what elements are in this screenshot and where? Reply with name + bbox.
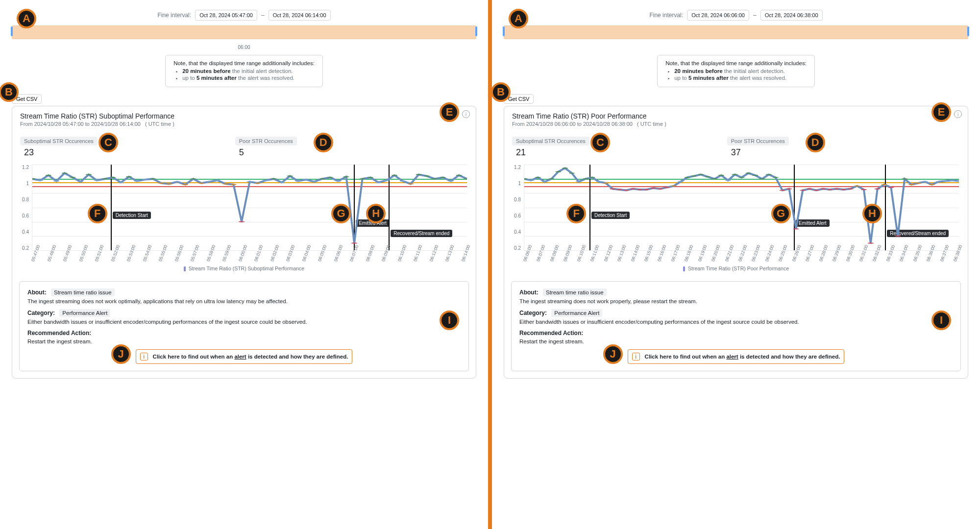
alert-definition-link[interactable]: i Click here to find out when an alert i…	[136, 349, 353, 364]
metric-card: i Stream Time Ratio (STR) Suboptimal Per…	[12, 106, 476, 379]
get-csv-button[interactable]: Get CSV	[504, 94, 534, 104]
info-box-icon: i	[140, 353, 148, 361]
about-tag: Stream time ratio issue	[51, 289, 115, 296]
svg-point-73	[643, 189, 649, 190]
svg-point-75	[657, 188, 663, 189]
svg-point-7	[86, 174, 92, 175]
about-description: The ingest streaming does not work prope…	[519, 298, 953, 304]
svg-point-111	[902, 178, 907, 179]
time-range-slider[interactable]: 06:00	[12, 24, 476, 42]
svg-point-84	[718, 175, 724, 176]
pane-divider	[488, 0, 492, 529]
svg-point-105	[861, 189, 867, 190]
legend-swatch-icon	[683, 266, 685, 271]
time-range-note: Note, that the displayed time range addi…	[165, 55, 323, 87]
svg-point-50	[432, 178, 438, 179]
svg-point-104	[854, 186, 860, 187]
svg-point-19	[182, 184, 188, 185]
svg-point-81	[698, 174, 704, 175]
interval-start-chip[interactable]: Oct 28, 2024 06:06:00	[687, 10, 749, 21]
svg-point-59	[548, 178, 554, 179]
str-chart[interactable]: 1.210.80.60.40.2 Detection StartEmitted …	[510, 165, 962, 263]
svg-point-69	[616, 189, 622, 190]
svg-point-33	[295, 180, 301, 181]
interval-end-chip[interactable]: Oct 28, 2024 06:14:00	[269, 10, 331, 21]
svg-point-106	[868, 242, 874, 243]
svg-point-28	[255, 183, 261, 184]
svg-point-107	[874, 188, 880, 189]
svg-point-77	[671, 186, 677, 187]
svg-point-12	[126, 176, 132, 177]
svg-point-102	[840, 189, 846, 190]
svg-point-90	[759, 178, 765, 179]
svg-point-113	[915, 183, 921, 184]
svg-point-68	[610, 188, 615, 189]
details-panel: About: Stream time ratio issue The inges…	[19, 281, 469, 371]
svg-point-13	[134, 180, 140, 181]
svg-point-89	[752, 175, 758, 176]
svg-point-92	[773, 177, 779, 178]
y-axis: 1.210.80.60.40.2	[18, 165, 31, 251]
range-track	[504, 25, 968, 39]
svg-point-17	[166, 183, 172, 184]
poor-occurrence-tile: Poor STR Occurences 37	[727, 137, 942, 158]
suboptimal-occurrence-tile: Suboptimal STR Occurences 23	[20, 137, 235, 158]
interval-dash: –	[261, 12, 265, 19]
info-icon[interactable]: i	[462, 110, 470, 118]
suboptimal-occurrence-value: 21	[512, 145, 727, 158]
svg-point-53	[456, 175, 462, 176]
svg-point-44	[384, 180, 390, 181]
svg-point-99	[820, 188, 826, 189]
svg-point-4	[61, 172, 67, 173]
svg-point-85	[725, 180, 731, 181]
svg-point-94	[786, 188, 792, 189]
interval-end-chip[interactable]: Oct 28, 2024 06:38:00	[760, 10, 823, 21]
info-box-icon: i	[632, 353, 640, 361]
range-handle-left[interactable]	[10, 24, 13, 39]
svg-point-46	[399, 180, 405, 181]
alert-definition-link[interactable]: i Click here to find out when an alert i…	[628, 349, 845, 364]
str-chart[interactable]: 1.210.80.60.40.2 Detection StartEmitted …	[18, 165, 470, 263]
svg-point-83	[711, 178, 717, 179]
svg-point-70	[623, 190, 629, 191]
suboptimal-occurrence-tile: Suboptimal STR Occurences 21	[512, 137, 727, 158]
range-handle-right[interactable]	[967, 24, 970, 39]
svg-point-30	[271, 178, 277, 179]
svg-point-39	[343, 176, 349, 177]
svg-point-41	[359, 178, 365, 179]
svg-point-91	[766, 174, 772, 175]
chart-legend: Stream Time Ratio (STR) Suboptimal Perfo…	[18, 263, 470, 278]
time-range-slider[interactable]	[504, 24, 968, 42]
svg-point-10	[110, 177, 116, 178]
info-icon[interactable]: i	[954, 110, 962, 118]
svg-point-31	[279, 182, 285, 183]
interval-start-chip[interactable]: Oct 28, 2024 05:47:00	[195, 10, 257, 21]
svg-point-40	[351, 242, 357, 243]
svg-point-15	[150, 178, 156, 179]
y-axis: 1.210.80.60.40.2	[510, 165, 523, 251]
svg-point-49	[424, 175, 430, 176]
svg-point-22	[206, 181, 212, 182]
svg-point-52	[448, 180, 454, 181]
svg-point-8	[94, 180, 99, 181]
svg-point-56	[528, 180, 534, 181]
svg-point-96	[800, 190, 806, 191]
svg-point-64	[583, 178, 588, 179]
suboptimal-occurrence-value: 23	[20, 145, 235, 158]
poor-occurrence-value: 37	[727, 145, 942, 158]
svg-point-112	[908, 184, 914, 185]
svg-point-51	[440, 177, 446, 178]
svg-point-11	[118, 182, 123, 183]
about-tag: Stream time ratio issue	[543, 289, 607, 296]
svg-point-60	[555, 171, 561, 172]
svg-point-5	[70, 177, 75, 178]
range-handle-left[interactable]	[502, 24, 505, 39]
svg-point-62	[569, 172, 575, 173]
metric-card: i Stream Time Ratio (STR) Poor Performan…	[504, 106, 968, 379]
range-handle-right[interactable]	[475, 24, 478, 39]
svg-point-36	[319, 178, 325, 179]
svg-point-78	[678, 181, 684, 182]
card-subtitle: From 2024/10/28 05:47:00 to 2024/10/28 0…	[20, 121, 468, 127]
get-csv-button[interactable]: Get CSV	[12, 94, 42, 104]
chart-legend: Stream Time Ratio (STR) Poor Performance	[510, 263, 962, 278]
